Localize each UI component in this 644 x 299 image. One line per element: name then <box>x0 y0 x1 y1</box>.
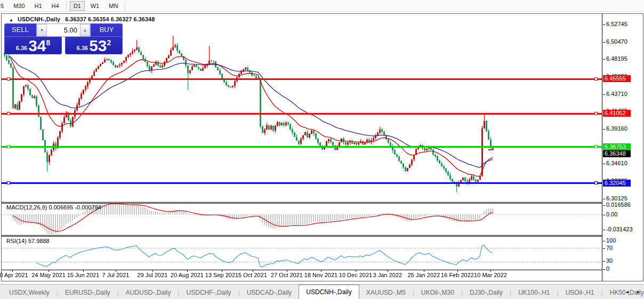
date-axis[interactable]: 30 Apr 202124 May 202115 Jun 20217 Jul 2… <box>2 270 602 280</box>
price-level-label: 6.32045 <box>603 180 631 187</box>
volume-decrease-arrow-icon[interactable]: ▼ <box>37 24 47 36</box>
chart-tab-usdchf-daily[interactable]: USDCHF-,Daily <box>180 286 238 299</box>
date-tick-label: 29 Jul 2021 <box>138 272 168 278</box>
rsi-axis-label: 0 <box>603 265 609 272</box>
price-tick-label: 6.50470 <box>603 38 627 45</box>
buy-price-big: 53 <box>89 38 107 53</box>
date-tick-label: 7 Jul 2021 <box>102 272 130 278</box>
timeframe-button-mn[interactable]: MN <box>105 1 122 11</box>
timeframe-button-h1[interactable]: H1 <box>31 1 46 11</box>
date-tick-label: 13 Sep 2021 <box>205 272 238 278</box>
date-tick-label: 5 Oct 2021 <box>238 272 267 278</box>
price-tick-label: 6.34610 <box>603 160 627 167</box>
volume-input[interactable]: 5.00 <box>47 24 80 36</box>
date-tick-label: 27 Oct 2021 <box>271 272 303 278</box>
one-click-trading-panel: SELL 6.36 34 8 BUY 6.36 53 2 ▼ 5.00 ▲ <box>4 23 123 54</box>
macd-axis-label: 0.016586 <box>603 201 631 208</box>
axis-tick-mark <box>603 129 605 130</box>
sell-button[interactable]: SELL <box>5 24 36 37</box>
volume-increase-arrow-icon[interactable]: ▲ <box>80 24 90 36</box>
price-level-label: 6.36348 <box>603 150 631 157</box>
macd-axis-label: 0.00 <box>603 211 617 218</box>
buy-button[interactable]: BUY <box>91 24 122 37</box>
date-tick-label: 10 Dec 2021 <box>339 272 372 278</box>
chart-tab-usdcad-daily[interactable]: USDCAD-,Daily <box>240 286 299 299</box>
timeframe-button-m30[interactable]: M30 <box>10 1 28 11</box>
rsi-axis-label: 100 <box>603 237 616 244</box>
price-tick-label: 6.52745 <box>603 21 627 28</box>
axis-tick-mark <box>603 25 605 25</box>
chart-tab-usoil-h1[interactable]: USOil-,H1 <box>559 286 601 299</box>
chart-tab-eurusd-daily[interactable]: EURUSD-,Daily <box>58 286 117 299</box>
chart-tab-ukoil-m30[interactable]: UKOil-,M30 <box>414 286 461 299</box>
date-tick-label: 10 Mar 2022 <box>474 272 507 278</box>
toolbar-separator <box>125 2 125 10</box>
axis-tick-mark <box>603 94 605 95</box>
price-level-label: 6.36753 <box>603 143 631 150</box>
axis-tick-mark <box>603 199 605 199</box>
sell-price: 6.36 34 8 <box>5 36 61 53</box>
price-tick-label: 6.48195 <box>603 55 627 62</box>
tab-scroll-right-icon[interactable]: ▸ <box>637 288 640 295</box>
date-tick-label: 24 May 2021 <box>31 272 66 278</box>
rsi-axis-label: 70 <box>603 245 613 252</box>
timeframe-button-h4[interactable]: H4 <box>48 1 63 11</box>
rsi-indicator-label: RSI(14) 57.9888 <box>6 238 50 244</box>
chart-tab-bar: USDX,Weekly|EURUSD-,Daily|AUDUSD-,Daily|… <box>0 284 644 299</box>
sell-price-prefix: 6.36 <box>16 45 27 51</box>
tab-scroll-arrows: ◂ ▸ <box>619 288 640 295</box>
macd-axis-label: -0.031423 <box>603 226 633 233</box>
date-tick-label: 3 Jan 2022 <box>373 272 402 278</box>
timeframe-toolbar: 5 M30 H1 H4 D1 W1 MN <box>0 0 644 12</box>
symbol-title: USDCNH-,Daily <box>18 16 60 22</box>
chart-title: ▲ USDCNH-,Daily 6.36337 6.36354 6.36327 … <box>9 16 155 22</box>
chart-tab-dj30-daily[interactable]: DJ30-,Daily <box>463 286 510 299</box>
macd-indicator-label: MACD(12,26,9) 0.006695 -0.000794 <box>6 204 101 211</box>
price-level-label: 6.45555 <box>603 75 631 82</box>
chart-tab-usdx-weekly[interactable]: USDX,Weekly <box>2 286 57 299</box>
date-tick-label: 16 Feb 2022 <box>441 272 474 278</box>
date-tick-label: 25 Jan 2022 <box>408 272 440 278</box>
timeframe-button-d1[interactable]: D1 <box>70 1 85 11</box>
buy-price-prefix: 6.36 <box>77 45 88 51</box>
chart-tab-audusd-daily[interactable]: AUDUSD-,Daily <box>119 286 178 299</box>
axis-tick-mark <box>603 164 605 164</box>
timeframe-button-w1[interactable]: W1 <box>87 1 103 11</box>
price-tick-label: 6.39160 <box>603 125 627 132</box>
buy-price: 6.36 53 2 <box>66 36 122 53</box>
ohlc-values: 6.36337 6.36354 6.36327 6.36348 <box>65 16 155 22</box>
sell-price-pip: 8 <box>46 38 51 47</box>
axis-tick-mark <box>603 59 605 60</box>
chart-tab-usdcnh-daily[interactable]: USDCNH-,Daily <box>299 285 359 299</box>
price-level-label: 6.41052 <box>603 110 631 117</box>
buy-price-pip: 2 <box>107 38 111 47</box>
chart-window: ▲ USDCNH-,Daily 6.36337 6.36354 6.36327 … <box>1 13 643 281</box>
date-tick-label: 15 Jun 2021 <box>67 272 100 278</box>
collapse-triangle-icon[interactable]: ▲ <box>9 18 13 22</box>
toolbar-separator <box>66 2 67 10</box>
date-tick-label: 20 Aug 2021 <box>171 272 204 278</box>
axis-tick-mark <box>603 42 605 43</box>
tab-scroll-left-icon[interactable]: ◂ <box>626 288 629 295</box>
timeframe-button-m5[interactable]: 5 <box>0 1 7 11</box>
date-tick-label: 30 Apr 2021 <box>0 272 28 278</box>
chart-tab-uk100-h1[interactable]: UK100-,H1 <box>511 286 557 299</box>
sell-price-big: 34 <box>28 38 46 53</box>
rsi-axis-label: 30 <box>603 257 613 264</box>
chart-tab-xauusd-m5[interactable]: XAUUSD-,M5 <box>359 286 413 299</box>
volume-spinner: ▼ 5.00 ▲ <box>36 23 91 37</box>
date-tick-label: 18 Nov 2021 <box>304 272 337 278</box>
price-axis[interactable]: 6.527456.504706.481956.459206.437106.414… <box>602 14 643 270</box>
price-tick-label: 6.43710 <box>603 91 627 98</box>
